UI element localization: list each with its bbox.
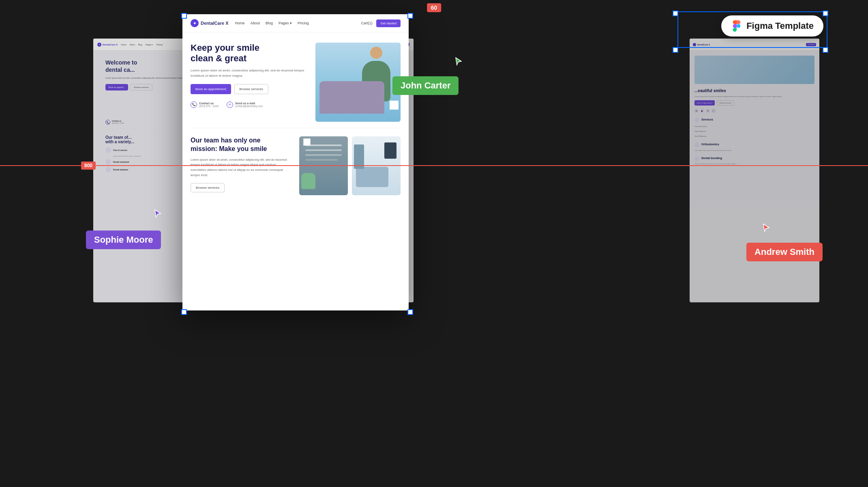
contact-email-item: ✉ Send us a mail contact@dentristry.com — [227, 101, 263, 108]
selection-handle-tl — [181, 13, 187, 19]
bg-right-service-whitening: Teeth Whitening — [694, 135, 814, 138]
bg-right-implants-text: Dental Implants — [694, 130, 706, 133]
bg-right-services-icon — [694, 118, 699, 123]
bg-nav-blog: Blog — [138, 43, 142, 46]
bg-right-bonding-title: Dental bonding — [701, 157, 722, 159]
instrument-2 — [305, 149, 342, 151]
selection-handle-br — [407, 309, 413, 315]
phone-number: (870) 870 - 2104 — [199, 105, 219, 108]
bg-right-nav: DentalCare X Get started — [690, 39, 819, 51]
bg-contact-phone: 📞 Contact us (870) 870 - 2104 — [105, 120, 124, 125]
phone-details: Contact us (870) 870 - 2104 — [199, 102, 219, 108]
bg-right-services: Services Cosmetic Dentist Dental Implant… — [694, 118, 814, 138]
bg-logo-text: DentalCare X — [103, 43, 118, 46]
bg-phone-number: (870) 870 - 2104 — [112, 122, 124, 124]
bg-phone-icon: 📞 — [105, 120, 110, 125]
linkedin-icon: in — [694, 109, 699, 113]
dental-logo-text: DentalCare X — [201, 21, 228, 26]
measurement-line — [0, 165, 868, 166]
email-details: Send us a mail contact@dentristry.com — [235, 102, 263, 108]
selection-handle-bl — [181, 309, 187, 315]
bg-right-service-cosmetic: Cosmetic Dentist — [694, 125, 814, 128]
patient-body — [319, 81, 384, 114]
dental-logo: ✦ DentalCare X — [191, 19, 228, 27]
team-text: Our team has only one mission: Make you … — [191, 136, 291, 195]
dental-hero: Keep your smile clean & great Lorem ipsu… — [182, 32, 409, 128]
figma-logo-icon — [731, 20, 742, 32]
ruler-badge: 800 — [81, 162, 96, 170]
hero-title-line2: clean & great — [191, 53, 246, 63]
bg-right-services-header: Services — [694, 118, 814, 123]
team-title-line1: Our team has only one — [191, 137, 260, 144]
gloved-hand — [301, 173, 315, 189]
bg-right-services-title: Services — [701, 118, 713, 121]
book-appointment-button[interactable]: Book an appointment — [191, 84, 231, 94]
bg-right-hero-desc: Lorem ipsum dolor sit amet consectetur a… — [694, 95, 814, 98]
phone-icon: 📞 — [191, 101, 197, 108]
bg-right-ortho-title: Orthodontics — [701, 143, 719, 146]
bg-implants-icon — [105, 167, 111, 172]
bg-dental-label: Dental treatment — [113, 161, 129, 163]
bg-browse-btn[interactable]: Browse services — [130, 84, 152, 91]
nav-about[interactable]: About — [251, 21, 260, 25]
bg-care-icon — [105, 147, 111, 153]
team-browse-button[interactable]: Browse services — [191, 183, 225, 192]
instrument-1 — [305, 144, 342, 146]
dental-team: Our team has only one mission: Make you … — [182, 128, 409, 203]
whatsapp-icon: 💬 — [712, 109, 716, 113]
bg-right-ortho-icon — [694, 142, 699, 147]
bg-right-logo-icon — [693, 43, 696, 46]
bg-hero-title: Welcome todental ca... — [105, 59, 186, 73]
bg-right-book-btn[interactable]: Book an appointment — [694, 100, 715, 106]
phone-label: Contact us — [199, 102, 219, 105]
bg-right-orthodontics: Orthodontics Lorem ipsum dolor sit amet,… — [694, 142, 814, 152]
instrument-4 — [305, 159, 338, 161]
figma-handle-bl — [673, 47, 678, 53]
cursor-john — [454, 57, 463, 68]
contact-phone-item: 📞 Contact us (870) 870 - 2104 — [191, 101, 219, 108]
nav-pricing[interactable]: Pricing — [298, 21, 309, 25]
figma-handle-tr — [823, 11, 828, 16]
bg-right-bonding-icon — [694, 157, 699, 162]
dental-chair — [356, 167, 388, 187]
team-images — [299, 136, 401, 195]
email-icon: ✉ — [227, 101, 233, 108]
bg-care-label: Care & service — [113, 149, 127, 151]
dental-hero-title: Keep your smile clean & great — [191, 43, 307, 64]
bg-nav-home: Home — [121, 43, 126, 46]
bg-right-browse-btn[interactable]: Browse services — [717, 100, 734, 106]
bg-hero-buttons: Book an appoint... Browse services — [105, 84, 186, 91]
figma-template-badge: Figma Template — [721, 15, 823, 37]
nav-pages[interactable]: Pages ▾ — [279, 21, 292, 25]
bg-right-ortho-desc: Lorem ipsum dolor sit amet, do eiusmod t… — [694, 150, 814, 152]
nav-home[interactable]: Home — [235, 21, 244, 25]
bg-book-btn[interactable]: Book an appoint... — [105, 84, 128, 91]
selection-handle-tr — [407, 13, 413, 19]
bg-logo-icon: ✦ — [97, 43, 101, 47]
bg-dental-icon — [105, 159, 111, 165]
bg-right-bonding: Dental bonding Ut enim ad minim veniam q… — [694, 157, 814, 165]
bg-hero-desc: Lorem ipsum dolor sit amet, consectetur … — [105, 77, 186, 80]
hero-white-square — [390, 101, 399, 110]
bg-nav-pages: Pages ▾ — [146, 43, 153, 46]
team-content: Our team has only one mission: Make you … — [191, 136, 401, 195]
dental-nav-links: Home About Blog Pages ▾ Pricing — [235, 21, 354, 25]
nav-blog[interactable]: Blog — [266, 21, 273, 25]
doctor-head — [370, 47, 382, 59]
hero-buttons: Book an appointment Browse services — [191, 84, 307, 94]
figma-handle-br — [823, 47, 828, 53]
bg-right-ortho-header: Orthodontics — [694, 142, 814, 147]
cart-label: Cart(1) — [361, 21, 372, 25]
figma-handle-tl — [673, 11, 678, 16]
bg-phone-text: Contact us (870) 870 - 2104 — [112, 120, 124, 124]
dental-nav-right: Cart(1) Get started — [361, 19, 401, 27]
figma-badge-text: Figma Template — [746, 21, 814, 31]
bg-right-logo-text: DentalCare X — [697, 43, 710, 46]
get-started-button[interactable]: Get started — [376, 19, 401, 27]
dental-hero-content: Keep your smile clean & great Lorem ipsu… — [191, 43, 307, 122]
team-white-square — [303, 138, 311, 146]
dental-logo-icon: ✦ — [191, 19, 199, 27]
twitter-icon: ✦ — [706, 109, 710, 113]
browse-services-button[interactable]: Browse services — [234, 84, 268, 94]
dimension-badge: 60 — [427, 3, 442, 12]
